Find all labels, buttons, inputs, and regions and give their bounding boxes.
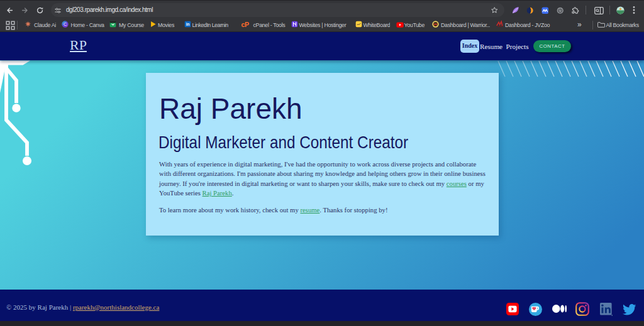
svg-text:cP: cP	[241, 21, 249, 28]
svg-text:C: C	[64, 21, 67, 27]
svg-text:in: in	[186, 22, 189, 26]
